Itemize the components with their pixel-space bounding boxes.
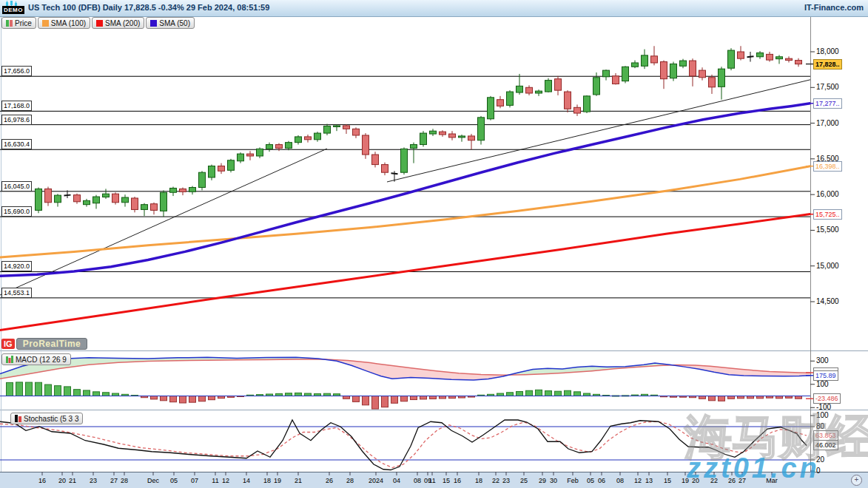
indicator-legend: PriceSMA (100)SMA (200)SMA (50) (1, 17, 195, 28)
candle-body (459, 136, 465, 138)
legend-chip-sma-100-[interactable]: SMA (100) (38, 17, 90, 29)
candle-body (420, 133, 427, 144)
legend-chip-sma-50-[interactable]: SMA (50) (146, 17, 195, 29)
date-label: 26 (326, 477, 333, 484)
date-label: 08 (616, 477, 624, 484)
chart-title: US Tech 100 (DFB) Daily 17,828.5 -0.34% … (28, 3, 269, 12)
sma-swatch-icon (150, 20, 157, 27)
price-tick-label: 15,500 (816, 226, 839, 234)
candle-body (738, 52, 744, 58)
macd-value-box: 175.89 (813, 370, 838, 381)
sma-50-line (0, 104, 810, 276)
candle-body (699, 70, 706, 78)
legend-chip-label: SMA (200) (105, 19, 140, 27)
date-label: 11 (212, 477, 218, 484)
date-label: 18 (263, 477, 271, 484)
macd-histogram-bar (93, 392, 100, 396)
macd-panel-label[interactable]: MACD (12 26 9 (1, 353, 71, 365)
candle-body (786, 58, 793, 60)
macd-histogram-bar (305, 393, 312, 396)
legend-chip-label: SMA (50) (159, 19, 190, 27)
candle-body (55, 195, 61, 203)
macd-label-text: MACD (12 26 9 (16, 356, 67, 364)
macd-histogram-bar (411, 396, 417, 400)
support-resistance-label: 14,553.1 (1, 288, 32, 298)
support-resistance-label: 17,168.0 (1, 101, 32, 111)
candle-body (132, 198, 138, 209)
macd-histogram-bar (420, 396, 427, 399)
date-label: 27 (110, 477, 118, 484)
macd-histogram-bar (507, 393, 514, 396)
legend-chip-price[interactable]: Price (1, 17, 36, 29)
date-label: 05 (170, 477, 178, 484)
ig-logo: IG (1, 339, 15, 349)
candle-body (286, 143, 292, 149)
date-label: 07 (191, 477, 198, 484)
price-tick-label: 17,000 (816, 119, 839, 127)
support-resistance-label: 15,690.0 (1, 206, 32, 217)
candle-body (757, 52, 764, 56)
macd-histogram-bar (45, 384, 52, 396)
macd-histogram-bar (574, 392, 581, 396)
candle-body (372, 155, 379, 165)
stochastic-panel-label[interactable]: Stochastic (5 3 3 (10, 413, 83, 424)
macd-histogram-bar (84, 390, 90, 396)
date-label: 23 (502, 477, 510, 484)
date-label: 12 (634, 477, 642, 484)
macd-histogram-bar (536, 390, 542, 396)
candle-body (526, 87, 533, 93)
candle-body (363, 135, 369, 155)
date-label: 23 (90, 477, 97, 484)
macd-histogram-bar (795, 396, 802, 399)
macd-histogram-bar (180, 396, 186, 403)
candle-body (584, 96, 591, 112)
date-label: 16 (38, 477, 46, 484)
macd-histogram-bar (545, 391, 552, 396)
macd-histogram-bar (112, 393, 119, 396)
macd-fill (326, 359, 507, 380)
macd-tick-label: 300 (816, 356, 829, 365)
candle-body (93, 197, 100, 203)
candle-body (276, 145, 283, 149)
prorealtime-logo: ProRealTime (16, 338, 88, 350)
watermark-site: zzt01.cn (687, 453, 820, 484)
candle-body (690, 61, 696, 76)
macd-pane (0, 357, 810, 409)
macd-histogram-bar (170, 396, 177, 402)
macd-histogram-bar (199, 396, 206, 401)
candle-body (180, 189, 186, 192)
candle-body (334, 126, 340, 127)
sma-200-line (0, 214, 810, 331)
candle-body (613, 76, 619, 84)
legend-chip-sma-200-[interactable]: SMA (200) (92, 17, 144, 29)
macd-histogram-bar (719, 396, 725, 401)
date-label: 22 (492, 477, 499, 484)
date-label: 15 (664, 477, 671, 484)
macd-histogram-bar (16, 382, 23, 396)
price-tick-label: 18,000 (816, 47, 839, 55)
candle-body (257, 149, 263, 156)
candle-body (401, 149, 408, 172)
trendline (387, 70, 850, 182)
candle-body (670, 64, 677, 78)
support-resistance-label: 16,045.0 (1, 181, 32, 192)
candle-body (680, 61, 687, 66)
macd-histogram-bar (372, 396, 379, 409)
macd-histogram-bar (709, 396, 716, 401)
candle-body (565, 92, 571, 109)
candle-body (719, 69, 725, 87)
date-label: 11 (428, 477, 435, 484)
macd-histogram-bar (526, 390, 533, 396)
macd-histogram-bar (584, 393, 591, 396)
sma-swatch-icon (96, 20, 103, 27)
candle-body (343, 126, 350, 129)
price-value-box: 17,828.. (813, 59, 842, 70)
candle-body (199, 172, 206, 187)
macd-histogram-bar (26, 382, 33, 396)
expand-icon[interactable]: + (851, 475, 862, 486)
macd-histogram-bar (36, 382, 42, 396)
price-tick-label: 15,000 (816, 262, 839, 270)
candle-body (112, 194, 119, 203)
candle-body (488, 98, 494, 119)
stochastic-label-text: Stochastic (5 3 3 (24, 415, 78, 423)
